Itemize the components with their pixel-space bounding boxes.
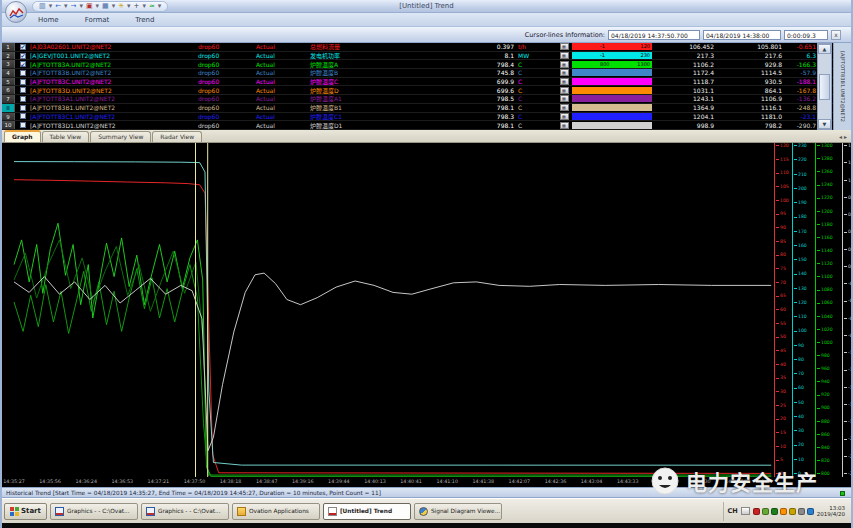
app-logo-icon[interactable] — [5, 1, 27, 23]
volume-icon[interactable] — [798, 508, 805, 515]
taskbar-item[interactable]: Graphics - - C:\Ovat... — [50, 503, 138, 520]
selected-point-side-tab[interactable]: [A]FTOTT83B1.UNIT2@NET2 — [833, 43, 851, 130]
row-checkbox[interactable] — [20, 70, 26, 76]
pen-color-band[interactable] — [572, 69, 652, 76]
signal-wave-icon[interactable]: ≈ — [149, 2, 155, 11]
back-icon[interactable]: ← — [55, 2, 61, 11]
scroll-down-icon[interactable]: ▼ — [818, 119, 831, 129]
point-name: [A]03A02601.UNIT2@NET2 — [30, 43, 198, 50]
ovation-status-icon[interactable] — [771, 508, 778, 515]
point-name: [A]FTOTT83B.UNIT2@NET2 — [30, 69, 198, 76]
dropdown-arrow-icon[interactable]: ▾ — [112, 2, 116, 11]
update-icon[interactable] — [807, 508, 814, 515]
row-checkbox[interactable] — [20, 53, 26, 59]
dropdown-arrow-icon[interactable]: ▾ — [49, 2, 53, 11]
row-checkbox[interactable] — [20, 87, 26, 93]
language-indicator[interactable]: CH — [728, 507, 738, 515]
start-button[interactable]: Start — [4, 503, 47, 520]
cursor-info-close-button[interactable]: x — [831, 30, 841, 40]
row-checkbox[interactable] — [20, 96, 26, 102]
tab-graph[interactable]: Graph — [4, 130, 41, 142]
cursor-time-1-field[interactable]: 04/18/2019 14:37:50.700 — [608, 30, 700, 40]
row-checkbox[interactable] — [20, 113, 26, 119]
dropdown-arrow-icon[interactable]: ▾ — [127, 2, 131, 11]
cursor-delta-field[interactable]: 0:00:09.3 — [784, 30, 828, 40]
menu-tab-home[interactable]: Home — [34, 15, 63, 25]
add-point-icon[interactable]: + — [134, 2, 140, 11]
menu-tab-trend[interactable]: Trend — [131, 15, 158, 25]
pen-color-band[interactable]: 8001300 — [572, 61, 652, 68]
tick-mark — [776, 309, 779, 310]
row-settings-button[interactable]: ▦ — [560, 69, 569, 76]
taskbar-item[interactable]: Graphics - - C:\Ovat... — [141, 503, 229, 520]
scale-min-label: -1 — [600, 43, 605, 50]
scroll-up-icon[interactable]: ▲ — [818, 44, 831, 54]
dropdown-arrow-icon[interactable]: ▾ — [158, 2, 162, 11]
pen-color-band[interactable] — [572, 95, 652, 102]
trend-properties-icon[interactable]: ▥ — [39, 2, 46, 11]
taskbar-item[interactable]: [Untitled] Trend — [323, 503, 411, 520]
axis-tick-label: 1.4 — [844, 143, 853, 148]
tick-mark — [776, 364, 779, 365]
pen-color-band[interactable]: -1120 — [572, 43, 652, 50]
trend-plot[interactable] — [2, 143, 772, 477]
taskbar-clock[interactable]: 13:03 2019/4/20 — [817, 505, 845, 517]
point-description: 炉膛温度C — [302, 77, 452, 86]
dropdown-arrow-icon[interactable]: ▾ — [96, 2, 100, 11]
pen-color-band[interactable] — [572, 104, 652, 111]
row-settings-button[interactable]: ▦ — [560, 61, 569, 68]
taskbar-item[interactable]: Ovation Applications — [232, 503, 320, 520]
dropdown-arrow-icon[interactable]: ▾ — [64, 2, 68, 11]
pen-color-band[interactable] — [572, 113, 652, 120]
row-settings-button[interactable]: ▦ — [560, 113, 569, 120]
keyboard-icon[interactable] — [741, 507, 750, 515]
tab-scroll-arrows[interactable]: ◂ ▸ — [839, 133, 847, 140]
row-settings-button[interactable]: ▦ — [560, 95, 569, 102]
row-settings-button[interactable]: ▦ — [560, 43, 569, 50]
row-checkbox[interactable] — [20, 61, 26, 67]
axis-tick-label: 65 — [776, 293, 786, 298]
axis-tick-label: 1220 — [817, 195, 833, 200]
scheduler-icon[interactable] — [789, 508, 796, 515]
engineering-unit: C — [514, 87, 542, 94]
row-settings-button[interactable]: ▦ — [560, 52, 569, 59]
row-settings-button[interactable]: ▦ — [560, 78, 569, 85]
current-value: 699.6 — [452, 87, 514, 94]
tab-radar-view[interactable]: Radar View — [152, 131, 202, 142]
tab-table-view[interactable]: Table View — [42, 131, 90, 142]
menu-tab-format[interactable]: Format — [81, 15, 114, 25]
tick-mark — [817, 250, 820, 251]
trend-chart[interactable]: 1201151101051009590858075706560555045403… — [2, 143, 851, 487]
table-row[interactable]: 10[A]FTOTT83D1.UNIT2@NET2drop60Actual炉膛温… — [2, 121, 851, 130]
row-settings-button[interactable]: ▦ — [560, 122, 569, 129]
row-checkbox[interactable] — [20, 79, 26, 85]
network-status-icon[interactable] — [762, 508, 769, 515]
cursor2-value: 105.801 — [714, 43, 782, 50]
value-type: Actual — [256, 52, 302, 59]
alarm-icon[interactable] — [780, 508, 787, 515]
row-checkbox[interactable] — [20, 44, 26, 50]
cursor-time-2-field[interactable]: 04/18/2019 14:38:00 — [703, 30, 781, 40]
table-scrollbar[interactable]: ▲ ▼ — [817, 43, 832, 130]
row-checkbox[interactable] — [20, 122, 26, 128]
row-settings-button[interactable]: ▦ — [560, 87, 569, 94]
scrollbar-thumb[interactable] — [819, 74, 830, 100]
pen-color-band[interactable] — [572, 78, 652, 85]
dropdown-arrow-icon[interactable]: ▾ — [142, 2, 146, 11]
taskbar-item[interactable]: Signal Diagram Viewe... — [414, 503, 502, 520]
row-checkbox-cell — [15, 87, 30, 93]
pen-color-band[interactable] — [572, 87, 652, 94]
grid-view-icon[interactable]: ▦ — [102, 2, 109, 11]
zoom-icon[interactable]: ✳ — [118, 2, 124, 11]
pen-color-band[interactable]: -1230 — [572, 52, 652, 59]
current-value: 745.8 — [452, 69, 514, 76]
row-checkbox[interactable] — [20, 105, 26, 111]
row-settings-button[interactable]: ▦ — [560, 104, 569, 111]
forward-icon[interactable]: → — [71, 2, 77, 11]
tab-summary-view[interactable]: Summary View — [90, 131, 151, 142]
tick-mark — [844, 473, 847, 474]
chart-style-icon[interactable]: ▣ — [86, 2, 93, 11]
antivirus-icon[interactable] — [753, 508, 760, 515]
dropdown-arrow-icon[interactable]: ▾ — [79, 2, 83, 11]
pen-color-band[interactable] — [572, 122, 652, 129]
